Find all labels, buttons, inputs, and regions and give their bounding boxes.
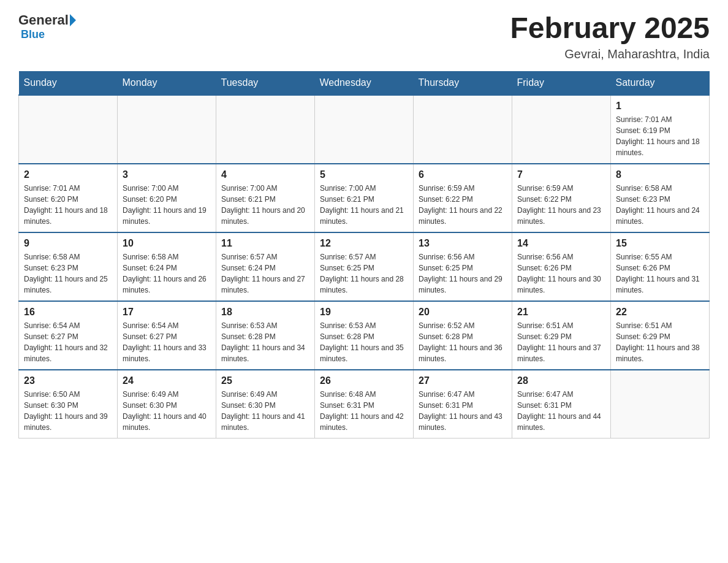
calendar-subtitle: Gevrai, Maharashtra, India [510, 47, 710, 61]
day-info: Sunrise: 6:57 AM Sunset: 6:25 PM Dayligh… [320, 251, 408, 296]
title-area: February 2025 Gevrai, Maharashtra, India [510, 12, 710, 61]
day-info: Sunrise: 6:56 AM Sunset: 6:26 PM Dayligh… [517, 251, 605, 296]
day-info: Sunrise: 7:00 AM Sunset: 6:21 PM Dayligh… [221, 183, 309, 227]
day-number: 28 [517, 375, 605, 386]
calendar-cell: 1Sunrise: 7:01 AM Sunset: 6:19 PM Daylig… [611, 95, 710, 164]
day-number: 10 [123, 238, 211, 249]
weekday-header-row: SundayMondayTuesdayWednesdayThursdayFrid… [19, 71, 710, 95]
day-number: 3 [123, 169, 211, 180]
day-number: 13 [419, 238, 507, 249]
day-number: 27 [419, 375, 507, 386]
week-row-3: 9Sunrise: 6:58 AM Sunset: 6:23 PM Daylig… [19, 232, 710, 301]
week-row-4: 16Sunrise: 6:54 AM Sunset: 6:27 PM Dayli… [19, 301, 710, 370]
calendar-cell: 19Sunrise: 6:53 AM Sunset: 6:28 PM Dayli… [315, 301, 414, 370]
calendar-cell: 4Sunrise: 7:00 AM Sunset: 6:21 PM Daylig… [216, 164, 315, 232]
calendar-cell [512, 95, 611, 164]
calendar-cell: 5Sunrise: 7:00 AM Sunset: 6:21 PM Daylig… [315, 164, 414, 232]
calendar-cell: 12Sunrise: 6:57 AM Sunset: 6:25 PM Dayli… [315, 232, 414, 301]
day-info: Sunrise: 6:48 AM Sunset: 6:31 PM Dayligh… [320, 389, 408, 433]
day-info: Sunrise: 7:00 AM Sunset: 6:20 PM Dayligh… [123, 183, 211, 227]
day-number: 7 [517, 169, 605, 180]
day-number: 1 [616, 101, 704, 112]
calendar-cell [118, 95, 216, 164]
weekday-header-tuesday: Tuesday [216, 71, 315, 95]
day-number: 22 [616, 307, 704, 318]
day-number: 12 [320, 238, 408, 249]
calendar-cell: 22Sunrise: 6:51 AM Sunset: 6:29 PM Dayli… [611, 301, 710, 370]
day-info: Sunrise: 6:47 AM Sunset: 6:31 PM Dayligh… [419, 389, 507, 433]
day-info: Sunrise: 6:49 AM Sunset: 6:30 PM Dayligh… [123, 389, 211, 433]
day-number: 16 [24, 307, 112, 318]
logo-blue-text: Blue [21, 28, 45, 40]
day-number: 21 [517, 307, 605, 318]
week-row-5: 23Sunrise: 6:50 AM Sunset: 6:30 PM Dayli… [19, 370, 710, 439]
day-number: 19 [320, 307, 408, 318]
calendar-cell: 25Sunrise: 6:49 AM Sunset: 6:30 PM Dayli… [216, 370, 315, 439]
day-number: 2 [24, 169, 112, 180]
day-info: Sunrise: 6:56 AM Sunset: 6:25 PM Dayligh… [419, 251, 507, 296]
logo-general: General [18, 12, 69, 28]
weekday-header-wednesday: Wednesday [315, 71, 414, 95]
calendar-cell [414, 95, 512, 164]
day-number: 18 [221, 307, 309, 318]
calendar-cell: 8Sunrise: 6:58 AM Sunset: 6:23 PM Daylig… [611, 164, 710, 232]
weekday-header-thursday: Thursday [414, 71, 512, 95]
logo-blue-label: Blue [18, 28, 45, 41]
day-info: Sunrise: 6:57 AM Sunset: 6:24 PM Dayligh… [221, 251, 309, 296]
weekday-header-saturday: Saturday [611, 71, 710, 95]
day-info: Sunrise: 6:59 AM Sunset: 6:22 PM Dayligh… [517, 183, 605, 227]
calendar-title: February 2025 [510, 12, 710, 45]
calendar-cell: 6Sunrise: 6:59 AM Sunset: 6:22 PM Daylig… [414, 164, 512, 232]
calendar-cell: 15Sunrise: 6:55 AM Sunset: 6:26 PM Dayli… [611, 232, 710, 301]
day-info: Sunrise: 6:58 AM Sunset: 6:23 PM Dayligh… [616, 183, 704, 227]
day-number: 4 [221, 169, 309, 180]
day-info: Sunrise: 6:58 AM Sunset: 6:23 PM Dayligh… [24, 251, 112, 296]
calendar-cell: 20Sunrise: 6:52 AM Sunset: 6:28 PM Dayli… [414, 301, 512, 370]
calendar-cell: 14Sunrise: 6:56 AM Sunset: 6:26 PM Dayli… [512, 232, 611, 301]
day-info: Sunrise: 6:54 AM Sunset: 6:27 PM Dayligh… [24, 320, 112, 364]
calendar-cell [19, 95, 118, 164]
day-number: 17 [123, 307, 211, 318]
calendar-cell: 18Sunrise: 6:53 AM Sunset: 6:28 PM Dayli… [216, 301, 315, 370]
day-info: Sunrise: 7:00 AM Sunset: 6:21 PM Dayligh… [320, 183, 408, 227]
day-number: 26 [320, 375, 408, 386]
calendar-cell: 11Sunrise: 6:57 AM Sunset: 6:24 PM Dayli… [216, 232, 315, 301]
day-number: 14 [517, 238, 605, 249]
day-number: 24 [123, 375, 211, 386]
day-info: Sunrise: 6:59 AM Sunset: 6:22 PM Dayligh… [419, 183, 507, 227]
calendar-cell [315, 95, 414, 164]
day-info: Sunrise: 7:01 AM Sunset: 6:19 PM Dayligh… [616, 114, 704, 158]
day-info: Sunrise: 6:58 AM Sunset: 6:24 PM Dayligh… [123, 251, 211, 296]
calendar-cell: 26Sunrise: 6:48 AM Sunset: 6:31 PM Dayli… [315, 370, 414, 439]
calendar-cell: 21Sunrise: 6:51 AM Sunset: 6:29 PM Dayli… [512, 301, 611, 370]
calendar-cell: 10Sunrise: 6:58 AM Sunset: 6:24 PM Dayli… [118, 232, 216, 301]
day-number: 15 [616, 238, 704, 249]
calendar-cell: 13Sunrise: 6:56 AM Sunset: 6:25 PM Dayli… [414, 232, 512, 301]
calendar-cell: 9Sunrise: 6:58 AM Sunset: 6:23 PM Daylig… [19, 232, 118, 301]
calendar-cell [216, 95, 315, 164]
calendar-cell: 27Sunrise: 6:47 AM Sunset: 6:31 PM Dayli… [414, 370, 512, 439]
day-info: Sunrise: 6:47 AM Sunset: 6:31 PM Dayligh… [517, 389, 605, 433]
header: General Blue February 2025 Gevrai, Mahar… [18, 12, 710, 61]
day-info: Sunrise: 6:54 AM Sunset: 6:27 PM Dayligh… [123, 320, 211, 364]
day-number: 25 [221, 375, 309, 386]
week-row-1: 1Sunrise: 7:01 AM Sunset: 6:19 PM Daylig… [19, 95, 710, 164]
day-info: Sunrise: 6:53 AM Sunset: 6:28 PM Dayligh… [320, 320, 408, 364]
calendar-table: SundayMondayTuesdayWednesdayThursdayFrid… [18, 71, 710, 439]
day-info: Sunrise: 6:49 AM Sunset: 6:30 PM Dayligh… [221, 389, 309, 433]
calendar-cell: 16Sunrise: 6:54 AM Sunset: 6:27 PM Dayli… [19, 301, 118, 370]
day-number: 8 [616, 169, 704, 180]
day-info: Sunrise: 6:53 AM Sunset: 6:28 PM Dayligh… [221, 320, 309, 364]
day-number: 5 [320, 169, 408, 180]
day-info: Sunrise: 6:55 AM Sunset: 6:26 PM Dayligh… [616, 251, 704, 296]
day-number: 6 [419, 169, 507, 180]
calendar-cell: 7Sunrise: 6:59 AM Sunset: 6:22 PM Daylig… [512, 164, 611, 232]
logo: General Blue [18, 12, 76, 41]
calendar-cell: 24Sunrise: 6:49 AM Sunset: 6:30 PM Dayli… [118, 370, 216, 439]
logo-text: General [18, 12, 76, 28]
week-row-2: 2Sunrise: 7:01 AM Sunset: 6:20 PM Daylig… [19, 164, 710, 232]
day-number: 20 [419, 307, 507, 318]
day-number: 11 [221, 238, 309, 249]
weekday-header-sunday: Sunday [19, 71, 118, 95]
day-number: 23 [24, 375, 112, 386]
